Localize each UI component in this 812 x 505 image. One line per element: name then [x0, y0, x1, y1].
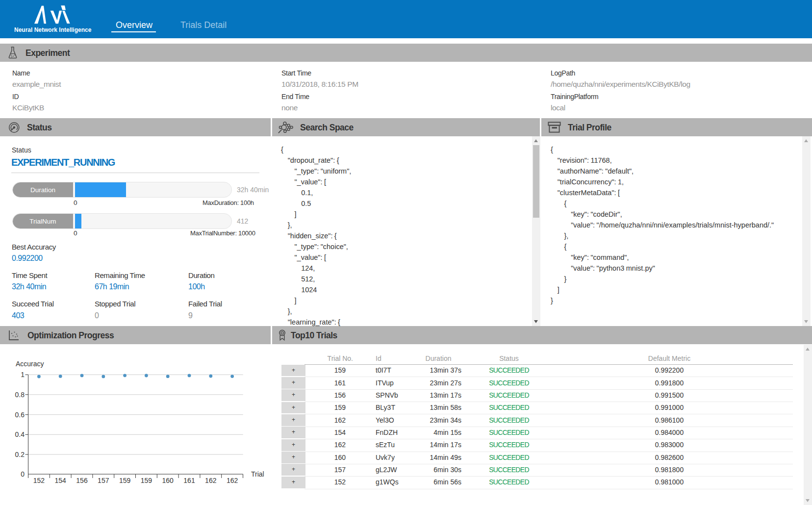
svg-text:160: 160: [162, 477, 174, 484]
svg-text:0.8: 0.8: [15, 391, 25, 399]
svg-text:0: 0: [21, 470, 25, 478]
svg-text:157: 157: [98, 477, 109, 484]
svg-text:159: 159: [119, 477, 131, 484]
svg-text:152: 152: [33, 477, 45, 484]
svg-text:0.4: 0.4: [15, 430, 25, 438]
svg-text:Accuracy: Accuracy: [16, 360, 44, 368]
svg-text:161: 161: [183, 477, 195, 484]
svg-text:0.2: 0.2: [15, 451, 25, 458]
svg-text:159: 159: [141, 477, 152, 484]
svg-text:0.6: 0.6: [15, 411, 25, 419]
svg-text:162: 162: [227, 477, 238, 484]
svg-text:Trial: Trial: [251, 470, 264, 478]
svg-text:162: 162: [205, 477, 217, 484]
svg-text:156: 156: [76, 477, 88, 484]
svg-text:1: 1: [21, 371, 25, 379]
svg-text:154: 154: [55, 477, 67, 484]
